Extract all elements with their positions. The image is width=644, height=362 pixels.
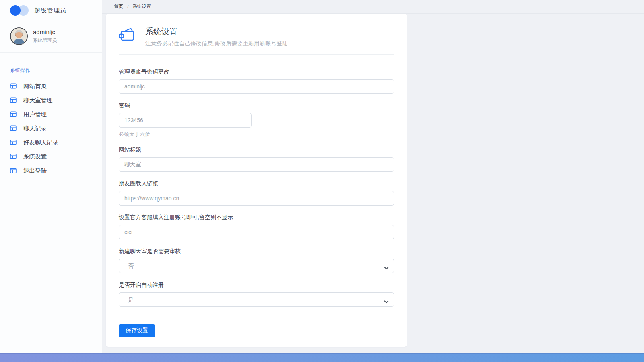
form-group: 设置官方客服填入注册账号即可,留空则不显示 — [119, 214, 394, 239]
window-layout-icon — [10, 97, 17, 103]
menu-section-label: 系统操作 — [10, 67, 102, 74]
password-field[interactable] — [119, 113, 252, 128]
room-audit-select[interactable]: 否 — [119, 259, 394, 273]
password-helper-text: 必须大于六位 — [119, 131, 394, 138]
room-audit-label: 新建聊天室是否需要审核 — [119, 248, 394, 255]
wallet-icon — [119, 26, 136, 44]
auto-register-label: 是否开启自动注册 — [119, 282, 394, 289]
window-layout-icon — [10, 83, 17, 89]
form-divider — [119, 317, 394, 317]
sidebar-item-chatroom-management[interactable]: 聊天室管理 — [10, 97, 102, 103]
form-group: 网站标题 — [119, 146, 394, 172]
form-group: 密码 必须大于六位 — [119, 102, 394, 138]
brand-row: 超级管理员 — [0, 0, 102, 21]
user-role: 系统管理员 — [33, 37, 57, 44]
sidebar-item-chat-records[interactable]: 聊天记录 — [10, 125, 102, 132]
breadcrumb-separator: / — [127, 4, 128, 9]
sidebar-item-label: 聊天室管理 — [23, 97, 53, 104]
window-layout-icon — [10, 125, 17, 132]
page-title: 系统设置 — [145, 26, 288, 37]
save-settings-button[interactable]: 保存设置 — [119, 324, 155, 337]
bottom-accent-bar — [0, 353, 644, 362]
form-group: 朋友圈载入链接 — [119, 180, 394, 206]
avatar — [10, 27, 28, 45]
settings-form: 管理员账号密码更改 密码 必须大于六位 网站标题 朋友圈载入链接 — [119, 68, 394, 337]
profile-row: adminljc 系统管理员 — [0, 21, 102, 53]
sidebar-menu: 系统操作 网站首页 聊天室管理 用户管理 聊天记录 好友聊天记录 — [0, 53, 102, 174]
moments-link-field[interactable] — [119, 191, 394, 206]
admin-account-label: 管理员账号密码更改 — [119, 68, 394, 76]
window-layout-icon — [10, 139, 17, 146]
password-label: 密码 — [119, 102, 394, 109]
breadcrumb-current: 系统设置 — [132, 4, 151, 10]
sidebar-item-label: 好友聊天记录 — [23, 139, 58, 146]
form-group: 新建聊天室是否需要审核 否 — [119, 248, 394, 273]
sidebar-item-home[interactable]: 网站首页 — [10, 83, 102, 89]
app-window: 超级管理员 adminljc 系统管理员 系统操作 网站首页 — [0, 0, 644, 353]
site-title-field[interactable] — [119, 157, 394, 172]
sidebar-item-system-settings[interactable]: 系统设置 — [10, 153, 102, 160]
auto-register-select[interactable]: 是 — [119, 292, 394, 307]
card-header: 系统设置 注意务必记住自己修改信息,修改后需要重新用新账号登陆 — [119, 26, 394, 55]
moments-link-label: 朋友圈载入链接 — [119, 180, 394, 187]
form-group: 管理员账号密码更改 — [119, 68, 394, 94]
window-layout-icon — [10, 167, 17, 174]
sidebar-item-friend-chat-records[interactable]: 好友聊天记录 — [10, 139, 102, 146]
form-group: 是否开启自动注册 是 — [119, 282, 394, 307]
admin-account-field[interactable] — [119, 79, 394, 94]
page-subtitle: 注意务必记住自己修改信息,修改后需要重新用新账号登陆 — [145, 40, 288, 47]
window-layout-icon — [10, 111, 17, 117]
official-service-field[interactable] — [119, 225, 394, 239]
sidebar-item-label: 聊天记录 — [23, 125, 47, 132]
main-area: 首页 / 系统设置 系统设置 注意 — [102, 0, 644, 353]
window-layout-icon — [10, 153, 17, 160]
brand-logo-icon — [10, 5, 29, 16]
sidebar-item-label: 用户管理 — [23, 111, 47, 118]
settings-card: 系统设置 注意务必记住自己修改信息,修改后需要重新用新账号登陆 管理员账号密码更… — [106, 14, 407, 347]
sidebar-item-logout[interactable]: 退出登陆 — [10, 167, 102, 174]
official-service-label: 设置官方客服填入注册账号即可,留空则不显示 — [119, 214, 394, 221]
sidebar: 超级管理员 adminljc 系统管理员 系统操作 网站首页 — [0, 0, 102, 353]
user-name: adminljc — [33, 29, 57, 35]
breadcrumb: 首页 / 系统设置 — [102, 0, 644, 14]
sidebar-item-label: 退出登陆 — [23, 167, 47, 175]
sidebar-item-user-management[interactable]: 用户管理 — [10, 111, 102, 117]
site-title-label: 网站标题 — [119, 146, 394, 154]
breadcrumb-home[interactable]: 首页 — [114, 4, 123, 10]
content: 系统设置 注意务必记住自己修改信息,修改后需要重新用新账号登陆 管理员账号密码更… — [102, 14, 644, 353]
brand-name: 超级管理员 — [34, 7, 66, 14]
sidebar-item-label: 网站首页 — [23, 82, 47, 90]
sidebar-item-label: 系统设置 — [23, 153, 47, 160]
